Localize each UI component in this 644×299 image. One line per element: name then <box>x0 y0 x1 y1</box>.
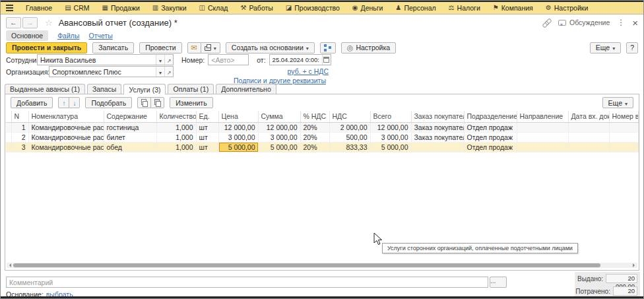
pick-button[interactable]: Подобрать <box>85 97 132 108</box>
menu-item-sklad[interactable]: Склад <box>199 4 228 12</box>
col-vat-rate: % НДС <box>300 111 329 122</box>
favorite-star-icon[interactable] <box>45 18 53 28</box>
structure-button[interactable] <box>320 42 336 53</box>
forward-button[interactable] <box>22 17 38 28</box>
organization-input[interactable] <box>49 67 156 77</box>
works-icon <box>240 5 246 11</box>
horizontal-scrollbar[interactable] <box>7 263 637 268</box>
col-nomenclature: Номенклатура <box>28 111 104 122</box>
number-label: Номер: <box>181 56 205 64</box>
chat-bubble-icon <box>558 20 566 26</box>
tab-uslugi[interactable]: Услуги (3) <box>123 84 166 95</box>
col-price: Цена <box>218 111 258 122</box>
row-marker-cell <box>6 122 11 132</box>
comment-input[interactable] <box>6 277 488 288</box>
grid-toolbar: Добавить Подобрать Изменить Еще <box>11 97 633 108</box>
table-row-selected: 3 Командировочные расходы обед 1,000 шт … <box>6 142 638 152</box>
organization-field <box>49 66 174 77</box>
subordination-structure-icon <box>324 44 332 51</box>
forward-arrow-icon <box>26 18 34 26</box>
employee-label: Сотрудник: <box>6 56 37 64</box>
help-button[interactable]: ? <box>626 42 638 53</box>
move-group <box>58 97 80 108</box>
post-and-close-button[interactable]: Провести и закрыть <box>6 42 87 53</box>
tab-vydannye-avansy[interactable]: Выданные авансы (1) <box>5 84 85 94</box>
scroll-right-arrow-icon[interactable] <box>633 263 637 267</box>
commandbar-right: Еще ? <box>590 42 638 53</box>
menu-item-zakupki[interactable]: Закупки <box>152 4 187 12</box>
row-marker-header <box>6 111 11 122</box>
copy-link-icon[interactable] <box>542 18 551 27</box>
envelope-icon <box>191 44 197 52</box>
back-button[interactable] <box>6 17 21 28</box>
employee-field <box>37 54 174 65</box>
number-input[interactable] <box>208 54 249 65</box>
tab-zapasy[interactable]: Запасы <box>87 84 122 94</box>
print-button[interactable] <box>201 42 220 53</box>
menu-item-crm[interactable]: CRM <box>65 4 89 12</box>
menu-item-prodazhi[interactable]: Продажи <box>102 4 140 12</box>
post-button[interactable]: Провести <box>139 42 181 53</box>
write-button[interactable]: Записать <box>92 42 134 53</box>
edit-button[interactable]: Изменить <box>170 97 212 108</box>
tab-osnovnoe[interactable]: Основное <box>6 30 48 41</box>
discussion-button[interactable]: Обсуждение <box>558 18 610 26</box>
more-menu-icon[interactable] <box>617 18 625 27</box>
close-icon[interactable] <box>632 17 638 28</box>
email-button[interactable] <box>187 42 201 53</box>
menu-item-kompaniya[interactable]: Компания <box>493 4 533 12</box>
company-icon <box>493 5 499 11</box>
move-down-button[interactable] <box>69 97 80 108</box>
selected-cell[interactable]: 5 000,00 <box>218 142 258 152</box>
menu-item-dengi[interactable]: Деньги <box>352 4 383 12</box>
move-up-button[interactable] <box>58 97 69 108</box>
more-button[interactable]: Еще <box>590 42 621 53</box>
grid-more-button[interactable]: Еще <box>602 97 633 108</box>
discussion-label: Обсуждение <box>569 18 610 26</box>
copy-icon <box>141 99 147 106</box>
calendar-button[interactable] <box>322 55 331 65</box>
open-icon <box>167 56 172 64</box>
chevron-down-icon <box>306 44 309 51</box>
menu-item-nalogi[interactable]: Налоги <box>449 4 480 12</box>
command-bar: Провести и закрыть Записать Провести Соз… <box>6 42 638 53</box>
menu-item-nastroyki[interactable]: Настройки <box>546 4 588 12</box>
issued-row: Выдано: 20 000,00 <box>577 274 637 283</box>
settings-button[interactable]: Настройка <box>341 42 396 53</box>
add-row-button[interactable]: Добавить <box>11 97 53 108</box>
col-vat: НДС <box>329 111 370 122</box>
employee-row: Сотрудник: Номер: от: <box>6 54 331 65</box>
main-menu-button[interactable] <box>6 5 13 11</box>
menu-item-personal[interactable]: Персонал <box>395 4 435 12</box>
menu-item-glavnoe[interactable]: Главное <box>26 4 52 12</box>
tab-dopolnitelno[interactable]: Дополнительно <box>216 84 276 94</box>
date-input[interactable] <box>270 55 322 65</box>
tooltip: Услуги сторонних организаций, оплаченные… <box>382 243 578 253</box>
issued-label: Выдано: <box>577 275 603 282</box>
col-sum: Сумма <box>258 111 300 122</box>
scroll-left-arrow-icon[interactable] <box>7 263 11 267</box>
employee-input[interactable] <box>38 55 156 65</box>
menu-item-raboty[interactable]: Работы <box>240 4 273 12</box>
totals-panel: Выдано: 20 000,00 Потрачено: 20 000,00 <box>575 272 640 298</box>
organization-open-button[interactable] <box>164 67 173 77</box>
employee-dropdown-button[interactable] <box>156 55 164 65</box>
main-menu-bar: Главное CRM Продажи Закупки Склад Работы… <box>1 2 643 15</box>
tab-otchety[interactable]: Отчеты <box>89 32 113 40</box>
date-label: от: <box>257 56 265 64</box>
scrollbar-thumb[interactable] <box>13 263 600 267</box>
warehouse-icon <box>199 5 205 11</box>
chevron-down-icon <box>625 99 628 107</box>
tab-fajly[interactable]: Файлы <box>57 32 79 40</box>
tab-oplaty[interactable]: Оплаты (1) <box>168 84 214 94</box>
organization-dropdown-button[interactable] <box>156 67 164 77</box>
copy-rows-button[interactable] <box>137 97 151 108</box>
employee-open-button[interactable] <box>164 55 173 65</box>
currency-vat-link[interactable]: руб. + с НДС <box>281 67 329 75</box>
paste-rows-button[interactable] <box>150 97 164 108</box>
comment-expand-button[interactable] <box>490 277 507 288</box>
menu-item-proizvodstvo[interactable]: Производство <box>286 4 340 12</box>
create-based-on-button[interactable]: Создать на основании <box>226 42 315 53</box>
send-print-group <box>187 42 220 53</box>
taxes-icon <box>449 5 455 11</box>
